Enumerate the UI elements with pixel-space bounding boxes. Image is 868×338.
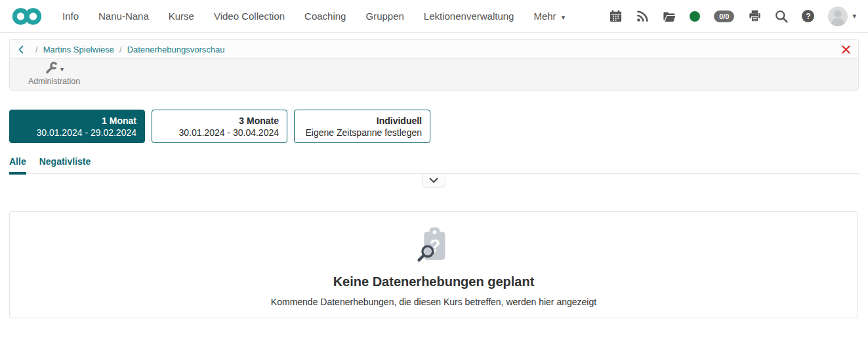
nav-item-coaching[interactable]: Coaching	[295, 11, 356, 22]
range-button-one-month[interactable]: 1 Monat 30.01.2024 - 29.02.2024	[9, 110, 145, 143]
tab-negativliste-label: Negativliste	[39, 156, 91, 167]
chevron-down-icon: ▾	[60, 66, 64, 73]
empty-state-title: Keine Datenerhebungen geplant	[333, 274, 535, 289]
help-icon[interactable]: ?	[802, 10, 814, 22]
nav-item-gruppen[interactable]: Gruppen	[356, 11, 413, 22]
nav-item-info[interactable]: Info	[52, 11, 89, 22]
chevron-down-icon: ▾	[852, 12, 856, 20]
breadcrumb-separator: /	[35, 45, 38, 54]
top-navbar: Info Nanu-Nana Kurse Video Collection Co…	[0, 0, 868, 33]
course-tools-row: ▾ Administration	[10, 59, 858, 91]
chevron-down-icon	[429, 178, 438, 183]
empty-state-subtitle: Kommende Datenerhebungen, die diesen Kur…	[271, 297, 596, 307]
main-menu: Info Nanu-Nana Kurse Video Collection Co…	[52, 11, 575, 22]
wrench-icon	[45, 61, 58, 77]
range-title: Individuell	[302, 115, 422, 127]
chat-count-badge[interactable]: 0/0	[714, 11, 734, 22]
nav-item-mehr-label: Mehr	[533, 11, 556, 22]
back-chevron-icon[interactable]	[18, 45, 24, 54]
range-title: 1 Monat	[18, 115, 136, 127]
range-dates: 30.01.2024 - 30.04.2024	[160, 127, 279, 139]
avatar	[828, 7, 848, 26]
openolat-logo-icon[interactable]	[12, 7, 42, 26]
user-menu[interactable]: ▾	[828, 7, 856, 26]
course-toolbar-panel: / Martins Spielwiese / Datenerhebungsvor…	[9, 39, 859, 91]
breadcrumb-current-page[interactable]: Datenerhebungsvorschau	[127, 45, 225, 54]
breadcrumb: / Martins Spielwiese / Datenerhebungsvor…	[10, 40, 858, 59]
search-icon[interactable]	[775, 10, 788, 23]
tab-negativliste[interactable]: Negativliste	[39, 155, 91, 173]
nav-item-lektionenverwaltung[interactable]: Lektionenverwaltung	[414, 11, 524, 22]
range-button-three-months[interactable]: 3 Monate 30.01.2024 - 30.04.2024	[152, 110, 287, 143]
filter-tabs: Alle Negativliste	[9, 155, 859, 174]
nav-item-nanu-nana[interactable]: Nanu-Nana	[89, 11, 159, 22]
tab-alle-label: Alle	[9, 156, 26, 167]
administration-label: Administration	[28, 77, 80, 86]
folder-icon[interactable]	[663, 10, 676, 23]
chevron-down-icon: ▾	[562, 13, 566, 21]
tab-alle[interactable]: Alle	[9, 155, 26, 173]
navbar-icon-group: 0/0 ? ▾	[609, 7, 856, 26]
administration-menu-button[interactable]: ▾ Administration	[28, 62, 80, 86]
date-range-selector: 1 Monat 30.01.2024 - 29.02.2024 3 Monate…	[9, 110, 430, 143]
no-data-search-icon: ?	[413, 226, 455, 266]
range-button-custom[interactable]: Individuell Eigene Zeitspanne festlegen	[294, 110, 430, 143]
online-status-dot	[690, 11, 700, 22]
close-icon[interactable]	[842, 45, 850, 54]
print-icon[interactable]	[748, 10, 761, 23]
nav-item-kurse[interactable]: Kurse	[159, 11, 204, 22]
collapse-toolbar-button[interactable]	[422, 174, 445, 188]
range-title: 3 Monate	[160, 115, 279, 127]
breadcrumb-separator: /	[119, 45, 122, 54]
nav-item-mehr[interactable]: Mehr ▾	[524, 11, 575, 22]
range-dates: 30.01.2024 - 29.02.2024	[18, 127, 136, 139]
nav-item-video-collection[interactable]: Video Collection	[204, 11, 295, 22]
active-tab-underline	[9, 172, 26, 175]
range-subtitle: Eigene Zeitspanne festlegen	[302, 127, 422, 139]
breadcrumb-course-link[interactable]: Martins Spielwiese	[43, 45, 114, 54]
empty-state-card: ? Keine Datenerhebungen geplant Kommende…	[9, 211, 858, 318]
svg-text:?: ?	[429, 236, 440, 256]
calendar-icon[interactable]	[609, 10, 622, 23]
rss-feed-icon[interactable]	[636, 10, 649, 23]
